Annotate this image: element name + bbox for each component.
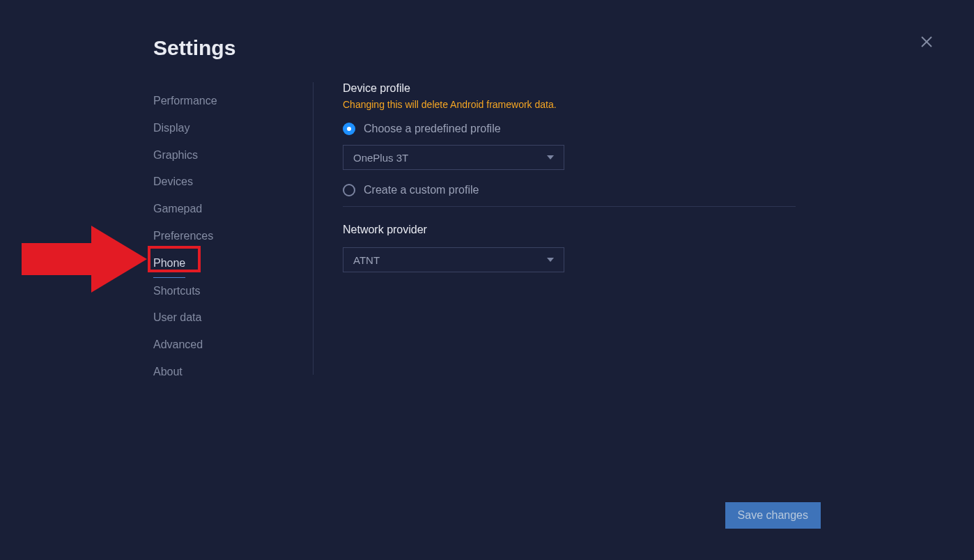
svg-marker-3	[547, 258, 554, 262]
radio-custom-profile[interactable]: Create a custom profile	[343, 184, 796, 196]
sidebar-item-about[interactable]: About	[153, 359, 183, 386]
radio-predefined-profile[interactable]: Choose a predefined profile	[343, 123, 796, 135]
vertical-divider	[313, 82, 314, 375]
sidebar-item-performance[interactable]: Performance	[153, 88, 217, 115]
network-provider-title: Network provider	[343, 224, 796, 236]
save-changes-button[interactable]: Save changes	[725, 502, 821, 529]
sidebar: Performance Display Graphics Devices Gam…	[153, 88, 300, 386]
sidebar-item-user-data[interactable]: User data	[153, 304, 201, 332]
svg-marker-2	[547, 155, 554, 160]
device-profile-title: Device profile	[343, 82, 796, 95]
sidebar-item-display[interactable]: Display	[153, 115, 190, 142]
radio-unselected-icon	[343, 184, 355, 196]
svg-marker-4	[22, 226, 147, 293]
chevron-down-icon	[547, 258, 554, 262]
close-icon[interactable]	[918, 33, 935, 50]
radio-selected-icon	[343, 123, 355, 135]
sidebar-item-shortcuts[interactable]: Shortcuts	[153, 278, 201, 305]
chevron-down-icon	[547, 155, 554, 160]
sidebar-item-phone[interactable]: Phone	[153, 250, 185, 278]
sidebar-item-gamepad[interactable]: Gamepad	[153, 196, 202, 223]
radio-predefined-label: Choose a predefined profile	[364, 123, 501, 135]
device-profile-warning: Changing this will delete Android framew…	[343, 99, 796, 110]
radio-custom-label: Create a custom profile	[364, 184, 479, 196]
page-title: Settings	[153, 36, 235, 60]
network-provider-select[interactable]: ATNT	[343, 247, 564, 272]
sidebar-item-advanced[interactable]: Advanced	[153, 332, 203, 359]
device-profile-value: OnePlus 3T	[353, 152, 408, 164]
sidebar-item-preferences[interactable]: Preferences	[153, 223, 213, 250]
sidebar-item-graphics[interactable]: Graphics	[153, 142, 198, 169]
annotation-arrow-icon	[22, 224, 147, 294]
content-panel: Device profile Changing this will delete…	[343, 82, 796, 286]
section-divider	[343, 206, 796, 207]
sidebar-item-devices[interactable]: Devices	[153, 169, 193, 196]
device-profile-select[interactable]: OnePlus 3T	[343, 145, 564, 170]
network-provider-value: ATNT	[353, 254, 380, 266]
